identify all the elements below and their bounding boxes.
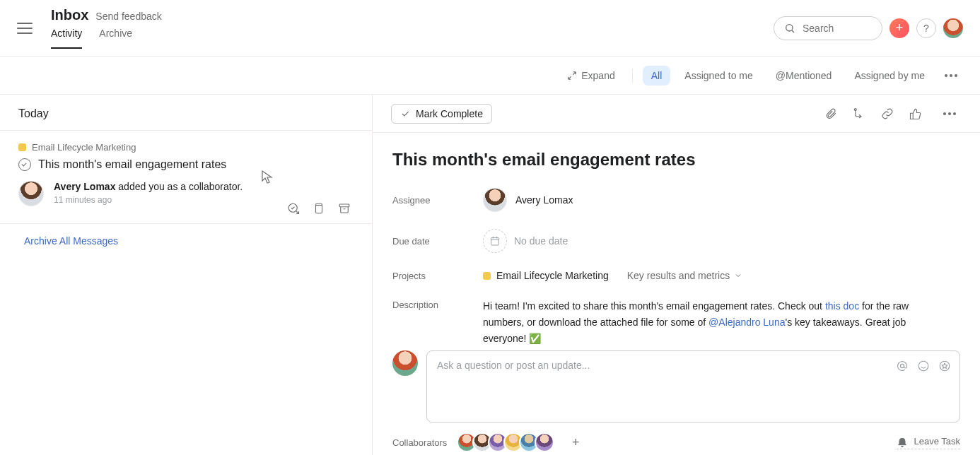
page-title: Inbox	[51, 7, 88, 23]
cursor-icon	[262, 170, 273, 184]
due-date-button[interactable]: No due date	[483, 229, 568, 253]
collaborators-label: Collaborators	[392, 437, 447, 448]
inbox-list-pane: Today Email Lifecycle Marketing This mon…	[0, 95, 373, 455]
projects-label: Projects	[392, 271, 483, 281]
mark-complete-label: Mark Complete	[416, 108, 483, 119]
section-dropdown[interactable]: Key results and metrics	[627, 270, 743, 281]
help-button[interactable]: ?	[916, 18, 936, 38]
task-body: This month's email engagement rates Assi…	[373, 133, 980, 350]
inbox-item[interactable]: Email Lifecycle Marketing This month's e…	[0, 130, 372, 224]
inbox-item-project-label: Email Lifecycle Marketing	[32, 142, 136, 153]
collaborator-avatar[interactable]	[535, 432, 554, 452]
create-task-icon[interactable]	[287, 202, 300, 215]
check-icon	[400, 109, 410, 119]
send-feedback-link[interactable]: Send feedback	[95, 11, 161, 22]
task-title[interactable]: This month's email engagement rates	[392, 150, 960, 170]
archive-all-link[interactable]: Archive All Messages	[0, 224, 372, 258]
tab-activity[interactable]: Activity	[51, 28, 82, 49]
user-avatar[interactable]	[943, 18, 963, 38]
user-mention[interactable]: @Alejandro Luna	[708, 317, 785, 328]
project-color-swatch	[483, 272, 491, 280]
desc-part1: Hi team! I'm excited to share this month…	[483, 300, 825, 312]
comment-area	[373, 350, 980, 422]
projects-row: Projects Email Lifecycle Marketing Key r…	[392, 270, 960, 281]
main-split: Today Email Lifecycle Marketing This mon…	[0, 95, 980, 455]
inbox-item-project: Email Lifecycle Marketing	[18, 142, 354, 153]
leave-task-button[interactable]: Leave Task	[897, 436, 960, 449]
inbox-item-text: Avery Lomax added you as a collaborator.	[54, 181, 354, 192]
svg-rect-4	[339, 204, 349, 207]
task-header	[373, 57, 980, 95]
chevron-down-icon	[734, 271, 742, 280]
svg-line-1	[792, 30, 794, 32]
tab-archive[interactable]: Archive	[99, 28, 132, 49]
collaborator-avatars	[457, 432, 554, 452]
description-text[interactable]: Hi team! I'm excited to share this month…	[483, 298, 935, 347]
actor-name: Avery Lomax	[54, 181, 115, 192]
mention-icon[interactable]	[896, 360, 909, 372]
description-row: Description Hi team! I'm excited to shar…	[392, 298, 960, 347]
assignee-avatar	[483, 188, 507, 212]
task-more-icon[interactable]	[938, 108, 962, 119]
leave-task-label: Leave Task	[914, 436, 960, 447]
assignee-row: Assignee Avery Lomax	[392, 188, 960, 212]
current-user-avatar	[392, 350, 418, 376]
attachment-icon[interactable]	[824, 107, 837, 120]
svg-point-8	[918, 361, 928, 371]
svg-point-7	[900, 364, 904, 367]
comment-input[interactable]	[437, 360, 950, 402]
comment-box[interactable]	[426, 350, 960, 422]
mark-complete-button[interactable]: Mark Complete	[391, 104, 492, 124]
bell-icon	[897, 436, 908, 447]
inbox-item-timestamp: 11 minutes ago	[54, 195, 354, 205]
svg-rect-6	[491, 237, 499, 245]
search-box[interactable]	[774, 16, 882, 40]
actor-avatar	[18, 181, 44, 206]
project-name: Email Lifecycle Marketing	[496, 270, 609, 281]
task-detail-pane: Mark Complete This month's email engagem…	[373, 95, 980, 455]
project-color-swatch	[18, 143, 26, 151]
copy-link-icon[interactable]	[881, 107, 894, 120]
bookmark-icon[interactable]	[313, 202, 325, 215]
assignee-label: Assignee	[392, 195, 483, 206]
doc-link[interactable]: this doc	[825, 300, 859, 312]
due-date-row: Due date No due date	[392, 229, 960, 253]
due-date-label: Due date	[392, 236, 483, 247]
add-collaborator-button[interactable]: +	[568, 435, 583, 449]
assignee-value[interactable]: Avery Lomax	[483, 188, 573, 212]
subtask-icon[interactable]	[853, 107, 865, 120]
title-area: Inbox Send feedback Activity Archive	[51, 7, 162, 49]
global-add-button[interactable]: +	[889, 18, 909, 38]
top-bar: Inbox Send feedback Activity Archive + ?	[0, 0, 980, 57]
due-date-text: No due date	[514, 235, 568, 247]
inbox-item-title: This month's email engagement rates	[38, 158, 226, 171]
calendar-icon	[483, 229, 507, 253]
archive-icon[interactable]	[338, 202, 351, 215]
emoji-icon[interactable]	[917, 360, 930, 372]
star-icon[interactable]	[938, 360, 951, 372]
search-icon	[784, 23, 795, 34]
project-chip[interactable]: Email Lifecycle Marketing	[483, 270, 609, 281]
like-icon[interactable]	[909, 107, 922, 120]
task-toolbar: Mark Complete	[373, 95, 980, 133]
collaborators-bar: Collaborators + Leave Task	[373, 422, 980, 455]
svg-point-0	[786, 24, 793, 30]
description-label: Description	[392, 298, 483, 310]
menu-toggle-icon[interactable]	[17, 17, 40, 40]
action-text: added you as a collaborator.	[115, 181, 243, 192]
assignee-name: Avery Lomax	[515, 194, 573, 206]
search-input[interactable]	[803, 23, 872, 34]
section-name: Key results and metrics	[627, 270, 730, 281]
complete-circle-icon[interactable]	[18, 158, 31, 171]
inbox-date-header: Today	[0, 95, 372, 130]
